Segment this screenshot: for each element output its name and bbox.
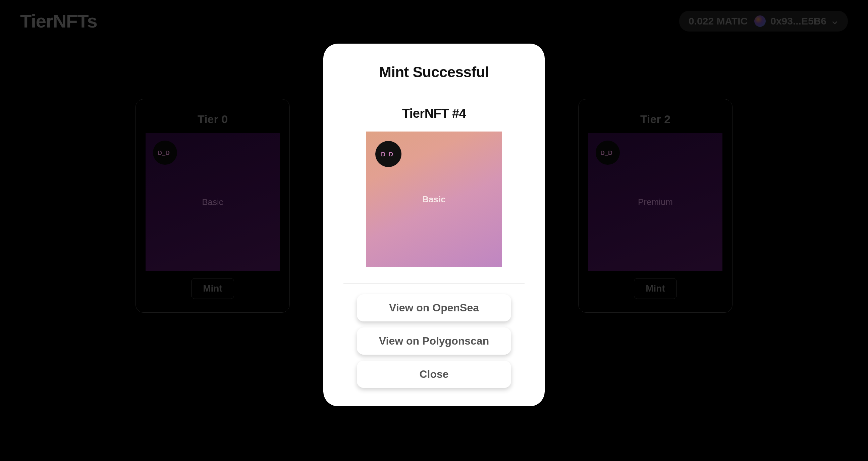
modal-nft-title: TierNFT #4 — [343, 106, 525, 121]
divider — [343, 283, 525, 283]
close-button[interactable]: Close — [357, 361, 511, 388]
modal-overlay: Mint Successful TierNFT #4 D_D Basic Vie… — [0, 0, 868, 461]
modal-nft-label: Basic — [422, 194, 445, 205]
modal-title: Mint Successful — [343, 64, 525, 92]
mint-success-modal: Mint Successful TierNFT #4 D_D Basic Vie… — [323, 43, 545, 406]
modal-buttons: View on OpenSea View on Polygonscan Clos… — [343, 294, 525, 388]
view-polygonscan-button[interactable]: View on Polygonscan — [357, 328, 511, 355]
modal-nft-image: D_D Basic — [366, 131, 502, 267]
dd-logo-icon: D_D — [375, 141, 401, 167]
view-opensea-button[interactable]: View on OpenSea — [357, 294, 511, 321]
